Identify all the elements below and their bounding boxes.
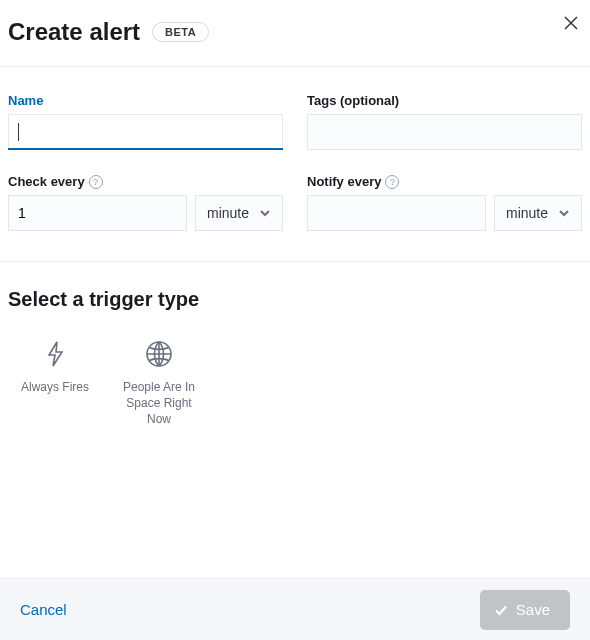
check-every-input[interactable] xyxy=(8,195,187,231)
cancel-button[interactable]: Cancel xyxy=(20,601,67,618)
chevron-down-icon xyxy=(259,207,271,219)
beta-badge: BETA xyxy=(152,22,209,42)
trigger-label: Always Fires xyxy=(21,379,89,395)
help-icon[interactable]: ? xyxy=(385,175,399,189)
notify-every-label: Notify every ? xyxy=(307,174,582,189)
name-input[interactable] xyxy=(8,114,283,150)
save-button[interactable]: Save xyxy=(480,590,570,630)
close-button[interactable] xyxy=(564,14,578,35)
trigger-section-title: Select a trigger type xyxy=(0,262,590,323)
trigger-people-in-space[interactable]: People Are In Space Right Now xyxy=(112,333,206,434)
page-title: Create alert xyxy=(8,18,140,46)
notify-every-unit-select[interactable]: minute xyxy=(494,195,582,231)
check-icon xyxy=(494,603,508,617)
notify-every-input[interactable] xyxy=(307,195,486,231)
bolt-icon xyxy=(44,339,66,369)
footer: Cancel Save xyxy=(0,578,590,640)
help-icon[interactable]: ? xyxy=(89,175,103,189)
tags-input[interactable] xyxy=(307,114,582,150)
chevron-down-icon xyxy=(558,207,570,219)
trigger-label: People Are In Space Right Now xyxy=(114,379,204,428)
tags-label: Tags (optional) xyxy=(307,93,582,108)
check-every-unit-select[interactable]: minute xyxy=(195,195,283,231)
close-icon xyxy=(564,16,578,30)
globe-icon xyxy=(144,339,174,369)
check-every-label: Check every ? xyxy=(8,174,283,189)
text-cursor xyxy=(18,123,19,141)
name-label: Name xyxy=(8,93,283,108)
trigger-always-fires[interactable]: Always Fires xyxy=(8,333,102,434)
